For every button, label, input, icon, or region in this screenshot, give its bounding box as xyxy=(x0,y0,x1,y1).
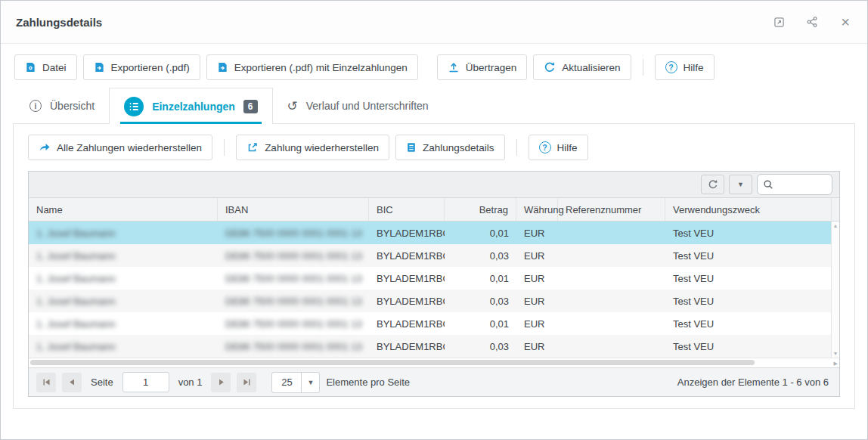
info-icon: i xyxy=(29,100,42,112)
help-icon: ? xyxy=(665,61,677,73)
export-pdf-einzelzahlungen-button[interactable]: Exportieren (.pdf) mit Einzelzahlungen xyxy=(206,54,418,80)
toolbar-separator xyxy=(516,139,517,156)
column-header-verwendungszweck[interactable]: Verwendungszweck xyxy=(665,198,832,221)
cell-betrag: 0,03 xyxy=(445,290,516,312)
zahlungsdetails-window: Zahlungsdetails × Datei Exportieren (.pd… xyxy=(0,0,868,440)
cell-betrag: 0,01 xyxy=(445,312,516,335)
cell-waehrung: EUR xyxy=(516,244,558,267)
cell-betrag: 0,01 xyxy=(445,267,516,290)
alle-zahlungen-wiederherstellen-label: Alle Zahlungen wiederherstellen xyxy=(57,142,202,153)
vertical-scrollbar[interactable]: ▲ ▼ xyxy=(831,222,839,358)
cell-waehrung: EUR xyxy=(516,312,558,335)
page-size-value: 25 xyxy=(272,373,301,392)
horizontal-scrollbar[interactable]: ▶ xyxy=(29,358,839,367)
tab-einzelzahlungen-label: Einzelzahlungen xyxy=(152,101,235,113)
list-circle-icon xyxy=(124,97,144,116)
aktualisieren-button-label: Aktualisieren xyxy=(562,62,620,73)
column-header-bic[interactable]: BIC xyxy=(369,198,445,221)
grid-header: Name IBAN BIC Betrag Währung Referenznum… xyxy=(29,198,839,222)
alle-zahlungen-wiederherstellen-button[interactable]: Alle Zahlungen wiederherstellen xyxy=(28,135,212,160)
share-icon[interactable] xyxy=(805,15,819,29)
titlebar: Zahlungsdetails × xyxy=(1,1,867,44)
first-page-button[interactable] xyxy=(36,373,56,392)
page-size-select[interactable]: 25 ▼ xyxy=(271,372,320,393)
table-row[interactable]: 1. Josef Baumann DE86 7500 0000 0001 000… xyxy=(29,312,831,335)
scroll-down-icon[interactable]: ▼ xyxy=(833,351,839,356)
document-list-icon xyxy=(406,141,417,153)
panel-hilfe-button-label: Hilfe xyxy=(557,142,578,153)
toolbar-separator xyxy=(224,139,225,156)
table-row[interactable]: 1. Josef Baumann DE86 7500 0000 0001 000… xyxy=(29,222,831,244)
forward-arrow-icon xyxy=(39,141,51,153)
panel-hilfe-button[interactable]: ? Hilfe xyxy=(529,135,588,160)
chevron-down-icon: ▼ xyxy=(301,373,319,392)
last-page-button[interactable] xyxy=(237,373,256,392)
table-row[interactable]: 1. Josef Baumann DE86 7500 0000 0001 000… xyxy=(29,290,831,312)
column-header-iban[interactable]: IBAN xyxy=(218,198,369,221)
next-page-button[interactable] xyxy=(211,373,231,392)
main-toolbar: Datei Exportieren (.pdf) Exportieren (.p… xyxy=(1,44,867,80)
window-title: Zahlungsdetails xyxy=(16,16,102,29)
help-icon: ? xyxy=(539,141,551,153)
export-pdf-button[interactable]: Exportieren (.pdf) xyxy=(83,54,200,80)
refresh-icon xyxy=(708,179,718,190)
grid-toolbar: ▼ xyxy=(29,172,839,198)
search-input[interactable] xyxy=(777,178,826,191)
items-summary: Anzeigen der Elemente 1 - 6 von 6 xyxy=(677,376,832,388)
einzelzahlungen-panel: Alle Zahlungen wiederherstellen Zahlung … xyxy=(13,123,855,409)
zahlung-wiederherstellen-label: Zahlung wiederherstellen xyxy=(265,142,379,153)
refresh-icon xyxy=(544,61,556,73)
file-icon xyxy=(25,61,36,73)
scroll-right-icon[interactable]: ▶ xyxy=(834,361,838,366)
cell-waehrung: EUR xyxy=(516,222,558,244)
cell-referenznummer xyxy=(558,222,665,244)
zahlungsdetails-button[interactable]: Zahlungsdetails xyxy=(395,135,505,160)
cell-bic: BYLADEM1RBG xyxy=(369,312,445,335)
search-box xyxy=(757,174,832,195)
cell-bic: BYLADEM1RBG xyxy=(369,244,445,267)
box-arrow-icon xyxy=(246,141,259,153)
toolbar-separator xyxy=(643,59,643,76)
hilfe-button[interactable]: ? Hilfe xyxy=(655,54,715,80)
zahlung-wiederherstellen-button[interactable]: Zahlung wiederherstellen xyxy=(236,135,389,160)
chevron-down-icon: ▼ xyxy=(737,181,744,188)
zahlungsdetails-button-label: Zahlungsdetails xyxy=(423,142,494,153)
history-icon: ↺ xyxy=(287,100,298,113)
cell-iban: DE86 7500 0000 0001 0001 13 xyxy=(218,312,369,335)
cell-verwendungszweck: Test VEU xyxy=(665,312,831,335)
grid-options-dropdown-button[interactable]: ▼ xyxy=(729,175,752,194)
cell-referenznummer xyxy=(558,244,665,267)
tab-uebersicht[interactable]: i Übersicht xyxy=(15,88,109,124)
table-row[interactable]: 1. Josef Baumann DE86 7500 0000 0001 000… xyxy=(29,244,831,267)
cell-bic: BYLADEM1RBG xyxy=(369,290,445,312)
tab-einzelzahlungen[interactable]: Einzelzahlungen 6 xyxy=(109,88,272,124)
cell-bic: BYLADEM1RBG xyxy=(369,222,445,244)
cell-iban: DE86 7500 0000 0001 0001 13 xyxy=(218,290,369,312)
cell-betrag: 0,01 xyxy=(445,222,516,244)
uebertragen-button[interactable]: Übertragen xyxy=(437,54,528,80)
uebertragen-button-label: Übertragen xyxy=(466,62,517,73)
cell-verwendungszweck: Test VEU xyxy=(665,222,831,244)
column-header-waehrung[interactable]: Währung xyxy=(516,198,558,221)
previous-page-button[interactable] xyxy=(62,373,82,392)
grid-refresh-button[interactable] xyxy=(701,175,724,194)
tab-verlauf[interactable]: ↺ Verlauf und Unterschriften xyxy=(273,88,443,124)
datei-button[interactable]: Datei xyxy=(14,54,77,80)
column-header-name[interactable]: Name xyxy=(29,198,218,221)
popout-icon[interactable] xyxy=(772,15,786,29)
cell-betrag: 0,03 xyxy=(445,335,516,358)
page-number-input[interactable] xyxy=(122,372,169,392)
cell-name: 1. Josef Baumann xyxy=(29,267,218,290)
file-export-icon xyxy=(94,61,105,73)
table-row[interactable]: 1. Josef Baumann DE86 7500 0000 0001 000… xyxy=(29,267,831,290)
close-icon[interactable]: × xyxy=(839,15,852,29)
aktualisieren-button[interactable]: Aktualisieren xyxy=(533,54,631,80)
header-scroll-spacer xyxy=(831,198,839,221)
cell-betrag: 0,03 xyxy=(445,244,516,267)
column-header-betrag[interactable]: Betrag xyxy=(445,198,516,221)
horizontal-scrollbar-thumb[interactable] xyxy=(30,360,755,365)
scroll-up-icon[interactable]: ▲ xyxy=(833,223,839,228)
table-row[interactable]: 1. Josef Baumann DE86 7500 0000 0001 000… xyxy=(29,335,831,358)
cell-referenznummer xyxy=(558,335,665,358)
column-header-referenznummer[interactable]: Referenznummer xyxy=(558,198,665,221)
